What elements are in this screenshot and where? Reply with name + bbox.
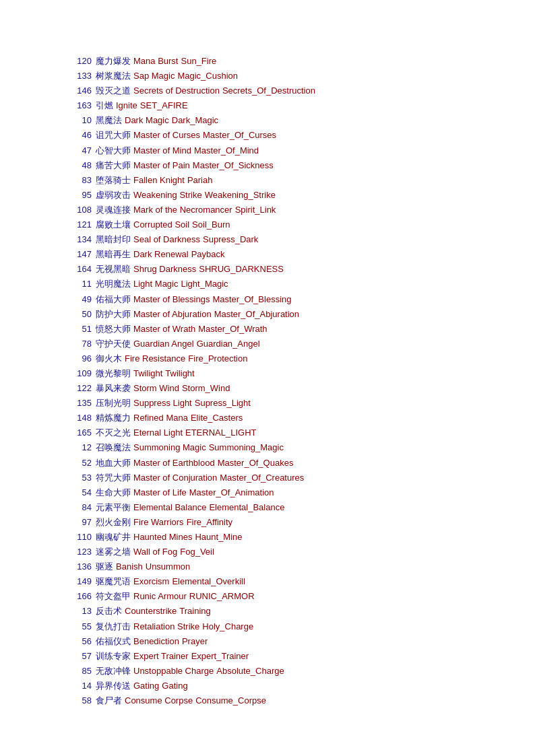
entry-num: 121 xyxy=(67,217,92,232)
entry-num: 166 xyxy=(67,589,92,604)
list-item: 96 御火木 Fire Resistance Fire_Protection xyxy=(67,351,468,366)
list-item: 13 反击术 Counterstrike Training xyxy=(67,604,468,619)
list-item: 49 佑福大师 Master of Blessings Master_Of_Bl… xyxy=(67,292,468,307)
entry-english: Fallen Knight xyxy=(133,173,185,188)
entry-english: Counterstrike xyxy=(125,604,177,619)
entry-num: 95 xyxy=(67,188,92,203)
entry-code: Master_Of_Sickness xyxy=(193,158,274,173)
entry-english: Retaliation Strike xyxy=(133,619,199,634)
entry-num: 108 xyxy=(67,203,92,217)
entry-num: 51 xyxy=(67,322,92,337)
entry-english: Exorcism xyxy=(133,574,169,589)
entry-num: 123 xyxy=(67,545,92,559)
entry-english: Dark Renewal xyxy=(133,247,189,262)
list-item: 120 魔力爆发 Mana Burst Sun_Fire xyxy=(67,54,468,69)
entry-chinese: 诅咒大师 xyxy=(96,128,131,143)
list-item: 10 黑魔法 Dark Magic Dark_Magic xyxy=(67,113,468,128)
entry-chinese: 异界传送 xyxy=(96,679,131,693)
entry-code: Haunt_Mine xyxy=(195,530,242,545)
entry-english: Fire Warriors xyxy=(133,515,184,530)
list-item: 58 食尸者 Consume Corpse Consume_Corpse xyxy=(67,693,468,708)
list-item: 14 异界传送 Gating Gating xyxy=(67,679,468,693)
list-item: 83 堕落骑士 Fallen Knight Pariah xyxy=(67,173,468,188)
entry-english: Unstoppable Charge xyxy=(133,664,214,679)
entry-num: 149 xyxy=(67,574,92,589)
list-item: 46 诅咒大师 Master of Curses Master_Of_Curse… xyxy=(67,128,468,143)
entry-code: RUNIC_ARMOR xyxy=(189,589,255,604)
entry-num: 78 xyxy=(67,337,92,351)
entry-english: Haunted Mines xyxy=(133,530,192,545)
entry-num: 55 xyxy=(67,619,92,634)
entry-chinese: 佑福仪式 xyxy=(96,634,131,649)
entry-code: Sun_Fire xyxy=(181,54,216,69)
entry-chinese: 精炼魔力 xyxy=(96,411,131,425)
entry-code: Master_Of_Animation xyxy=(189,485,274,500)
entry-code: Dark_Magic xyxy=(172,113,218,128)
entry-english: Consume Corpse xyxy=(125,693,193,708)
entry-english: Weakening Strike xyxy=(133,188,202,203)
entry-num: 84 xyxy=(67,500,92,515)
entry-num: 165 xyxy=(67,425,92,440)
entry-code: Gating xyxy=(162,679,187,693)
entry-code: Master_Of_Wrath xyxy=(198,322,267,337)
entry-chinese: 防护大师 xyxy=(96,307,131,322)
list-item: 52 地血大师 Master of Earthblood Master_Of_Q… xyxy=(67,456,468,471)
entry-num: 50 xyxy=(67,307,92,322)
entry-english: Ignite xyxy=(116,98,137,113)
entry-chinese: 堕落骑士 xyxy=(96,173,131,188)
entry-english: Master of Curses xyxy=(133,128,200,143)
entry-num: 134 xyxy=(67,232,92,247)
entry-code: Guardian_Angel xyxy=(197,337,260,351)
entry-code: Storm_Wind xyxy=(182,381,230,396)
entry-chinese: 元素平衡 xyxy=(96,500,131,515)
entry-code: Consume_Corpse xyxy=(195,693,266,708)
entry-chinese: 复仇打击 xyxy=(96,619,131,634)
entry-english: Guardian Angel xyxy=(133,337,194,351)
entry-chinese: 无敌冲锋 xyxy=(96,664,131,679)
entry-num: 120 xyxy=(67,54,92,69)
entry-num: 11 xyxy=(67,277,92,291)
entry-code: Master_Of_Quakes xyxy=(218,456,294,471)
entry-code: Magic_Cushion xyxy=(177,69,238,83)
entry-code: Supress_Dark xyxy=(203,232,258,247)
entry-code: Master_Of_Creatures xyxy=(220,471,304,485)
entry-chinese: 光明魔法 xyxy=(96,277,131,291)
entry-num: 122 xyxy=(67,381,92,396)
entry-chinese: 引燃 xyxy=(96,98,113,113)
entry-english: Secrets of Destruction xyxy=(133,83,220,98)
entry-num: 163 xyxy=(67,98,92,113)
list-item: 95 虚弱攻击 Weakening Strike Weakening_Strik… xyxy=(67,188,468,203)
list-item: 133 树浆魔法 Sap Magic Magic_Cushion xyxy=(67,69,468,83)
list-item: 122 暴风来袭 Storm Wind Storm_Wind xyxy=(67,381,468,396)
entry-chinese: 食尸者 xyxy=(96,693,122,708)
entry-code: Absolute_Charge xyxy=(216,664,284,679)
entry-english: Eternal Light xyxy=(133,425,183,440)
list-item: 47 心智大师 Master of Mind Master_Of_Mind xyxy=(67,143,468,158)
entry-english: Corrupted Soil xyxy=(133,217,189,232)
entry-chinese: 黑魔法 xyxy=(96,113,122,128)
entry-code: Training xyxy=(179,604,210,619)
entry-code: ETERNAL_LIGHT xyxy=(185,425,256,440)
entry-chinese: 训练专家 xyxy=(96,649,131,664)
list-item: 53 符咒大师 Master of Conjuration Master_Of_… xyxy=(67,471,468,485)
entry-code: Payback xyxy=(191,247,225,262)
entry-code: Weakening_Strike xyxy=(205,188,276,203)
list-item: 166 符文盔甲 Runic Armour RUNIC_ARMOR xyxy=(67,589,468,604)
entry-code: SHRUG_DARKNESS xyxy=(199,262,284,277)
entry-chinese: 灵魂连接 xyxy=(96,203,131,217)
list-item: 123 迷雾之墙 Wall of Fog Fog_Veil xyxy=(67,545,468,559)
entry-english: Twilight xyxy=(133,366,162,381)
entry-chinese: 暴风来袭 xyxy=(96,381,131,396)
entry-chinese: 不灭之光 xyxy=(96,425,131,440)
entry-code: Master_Of_Mind xyxy=(194,143,259,158)
entry-code: Master_Of_Blessing xyxy=(212,292,291,307)
entry-english: Suppress Light xyxy=(133,396,192,411)
entry-chinese: 符咒大师 xyxy=(96,471,131,485)
entry-code: Elite_Casters xyxy=(191,411,243,425)
entry-code: Holy_Charge xyxy=(202,619,253,634)
list-item: 136 驱逐 Banish Unsummon xyxy=(67,559,468,574)
entry-english: Storm Wind xyxy=(133,381,179,396)
entry-code: Fire_Protection xyxy=(188,351,247,366)
entry-english: Master of Abjuration xyxy=(133,307,212,322)
entry-chinese: 腐败土壤 xyxy=(96,217,131,232)
